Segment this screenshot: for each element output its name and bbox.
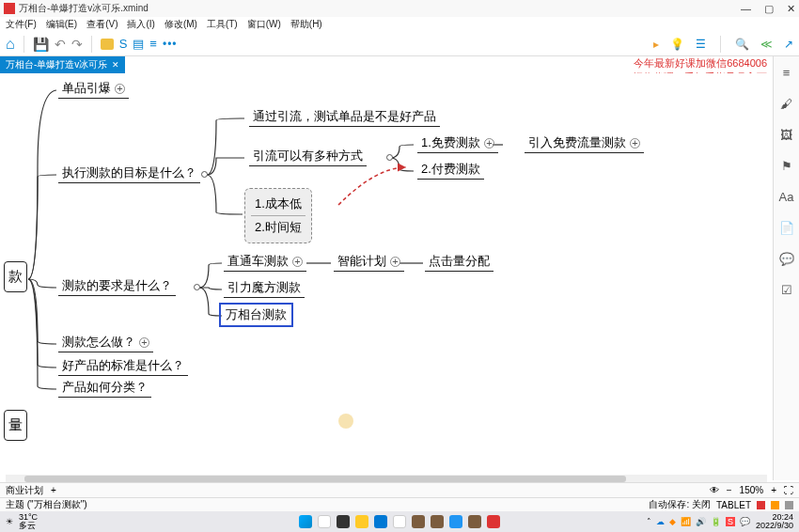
weather-widget[interactable]: 31°C 多云: [19, 513, 38, 530]
start-icon[interactable]: [299, 515, 312, 528]
taskbar-clock[interactable]: 20:24 2022/9/30: [756, 513, 793, 530]
idea-icon[interactable]: 💡: [670, 38, 684, 51]
node-zhineng[interactable]: 智能计划+: [334, 253, 404, 272]
node-danpin[interactable]: 单品引爆+: [58, 80, 129, 99]
tray-chevron-icon[interactable]: ˄: [647, 517, 651, 526]
summary-icon[interactable]: ≡: [149, 37, 157, 51]
boundary-icon[interactable]: ▤: [133, 37, 144, 51]
node-zenme[interactable]: 测款怎么做？+: [58, 334, 153, 352]
collapse-dot[interactable]: [201, 171, 208, 178]
maximize-button[interactable]: ▢: [764, 3, 774, 15]
expand-icon[interactable]: +: [115, 84, 125, 94]
save-icon[interactable]: 💾: [33, 37, 49, 52]
search-icon[interactable]: 🔍: [735, 38, 749, 51]
tray-app-icon[interactable]: ◆: [669, 517, 676, 526]
explorer-icon[interactable]: [355, 515, 368, 528]
undo-icon[interactable]: ↶: [55, 37, 66, 52]
expand-icon[interactable]: +: [390, 257, 400, 267]
close-button[interactable]: ✕: [787, 3, 795, 15]
root-node-liang[interactable]: 量: [4, 410, 27, 441]
zoom-in-button[interactable]: +: [771, 485, 776, 495]
mindmap-canvas[interactable]: 款 量 单品引爆+ 通过引流，测试单品是不是好产品 执行测款的目标是什么？ 引流…: [0, 73, 773, 480]
app3-icon[interactable]: [449, 515, 462, 528]
menu-edit[interactable]: 编辑(E): [46, 18, 77, 31]
document-tab[interactable]: 万相台-单爆打造v冰可乐 ✕: [0, 56, 125, 73]
app1-icon[interactable]: [412, 515, 425, 528]
window-title: 万相台-单爆打造v冰可乐.xmind: [19, 2, 741, 15]
redo-icon[interactable]: ↷: [71, 37, 83, 52]
collapse-dot[interactable]: [194, 284, 200, 290]
font-icon[interactable]: Aa: [779, 190, 794, 204]
root-node-kuan[interactable]: 款: [4, 261, 27, 292]
windows-taskbar[interactable]: ☀ 31°C 多云 ˄ ☁ ◆ 📶 🔊 🔋 S 💬 20:24 2022/9/3…: [0, 511, 799, 532]
tray-notification-icon[interactable]: 💬: [740, 517, 750, 526]
expand-icon[interactable]: +: [139, 337, 149, 348]
menu-view[interactable]: 查看(V): [86, 18, 118, 31]
app4-icon[interactable]: [468, 515, 481, 528]
system-tray[interactable]: ˄ ☁ ◆ 📶 🔊 🔋 S 💬: [647, 517, 750, 526]
node-yaoqiu[interactable]: 测款的要求是什么？: [58, 277, 176, 296]
tray-onedrive-icon[interactable]: ☁: [656, 517, 665, 526]
menu-modify[interactable]: 修改(M): [164, 18, 197, 31]
note-icon[interactable]: [101, 39, 114, 50]
format-icon[interactable]: ☰: [696, 38, 706, 51]
expand-icon[interactable]: +: [630, 138, 640, 149]
zoom-level[interactable]: 150%: [740, 485, 764, 495]
node-zhixing[interactable]: 执行测款的目标是什么？: [58, 164, 200, 183]
menu-insert[interactable]: 插入(I): [127, 18, 154, 31]
expand-icon[interactable]: +: [484, 138, 494, 149]
xmind-taskbar-icon[interactable]: [487, 515, 500, 528]
node-yinliu[interactable]: 引流可以有多种方式: [249, 148, 367, 166]
tray-volume-icon[interactable]: 🔊: [696, 517, 706, 526]
link-icon[interactable]: S: [119, 37, 128, 51]
more-icon[interactable]: •••: [163, 38, 178, 51]
notes-icon[interactable]: 📄: [779, 221, 794, 235]
tray-ime-icon[interactable]: S: [726, 517, 735, 526]
add-sheet-button[interactable]: +: [51, 485, 56, 495]
sheet-tab[interactable]: 商业计划: [6, 484, 43, 497]
node-yinru[interactable]: 引入免费流量测款+: [525, 134, 644, 153]
tray-battery-icon[interactable]: 🔋: [711, 517, 721, 526]
status-autosave[interactable]: 自动保存: 关闭: [649, 498, 711, 511]
tray-wifi-icon[interactable]: 📶: [681, 517, 691, 526]
node-tongguoyinliu[interactable]: 通过引流，测试单品是不是好产品: [249, 108, 440, 127]
image-icon[interactable]: 🖼: [780, 128, 792, 142]
outline-icon[interactable]: ≡: [783, 66, 791, 80]
minimize-button[interactable]: —: [741, 3, 751, 15]
weather-icon[interactable]: ☀: [6, 517, 13, 526]
node-ruhe[interactable]: 产品如何分类？: [58, 379, 151, 398]
search-taskbar-icon[interactable]: [318, 515, 331, 528]
menu-window[interactable]: 窗口(W): [247, 18, 281, 31]
node-mianfei[interactable]: 1.免费测款+: [417, 134, 498, 153]
home-icon[interactable]: ⌂: [6, 36, 15, 53]
node-fufei[interactable]: 2.付费测款: [417, 161, 484, 180]
taskview-icon[interactable]: [337, 515, 350, 528]
fullscreen-icon[interactable]: ⛶: [784, 485, 793, 495]
menu-tools[interactable]: 工具(T): [207, 18, 238, 31]
export-icon[interactable]: ↗: [784, 38, 793, 51]
format-panel-icon[interactable]: 🖌: [780, 97, 792, 111]
node-chengben[interactable]: 1.成本低: [251, 193, 306, 216]
node-yinli[interactable]: 引力魔方测款: [224, 279, 305, 298]
node-dianji[interactable]: 点击量分配: [425, 253, 494, 272]
chrome-icon[interactable]: [393, 515, 406, 528]
marker-icon[interactable]: ⚑: [781, 159, 792, 173]
present-icon[interactable]: ▸: [653, 38, 659, 51]
zoom-out-button[interactable]: −: [727, 485, 732, 495]
share-icon[interactable]: ≪: [760, 38, 773, 51]
node-boxed-group[interactable]: 1.成本低 2.时间短: [244, 188, 312, 243]
task-icon[interactable]: ☑: [781, 283, 792, 297]
expand-icon[interactable]: +: [292, 257, 303, 267]
app2-icon[interactable]: [431, 515, 444, 528]
menu-help[interactable]: 帮助(H): [290, 18, 322, 31]
view-icon[interactable]: 👁: [710, 485, 719, 495]
node-haochanpin[interactable]: 好产品的标准是什么？: [58, 357, 188, 376]
node-zhitongche[interactable]: 直通车测款+: [224, 253, 306, 272]
collapse-dot[interactable]: [386, 154, 393, 161]
menu-file[interactable]: 文件(F): [6, 18, 37, 31]
node-shijian[interactable]: 2.时间短: [251, 216, 306, 239]
tab-close-icon[interactable]: ✕: [112, 60, 119, 70]
edge-icon[interactable]: [374, 515, 387, 528]
comments-icon[interactable]: 💬: [779, 252, 794, 266]
node-wanxiang-selected[interactable]: 万相台测款: [219, 303, 293, 327]
